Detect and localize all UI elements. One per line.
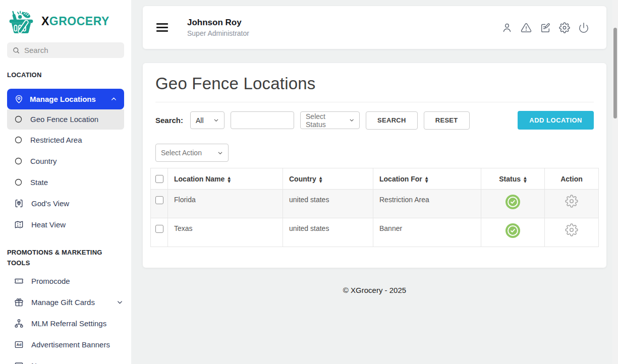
report-edit-icon — [540, 22, 551, 33]
power-icon — [578, 22, 589, 33]
row-checkbox[interactable] — [155, 196, 163, 204]
bulk-action-select[interactable]: Select Action — [155, 144, 229, 162]
scrollbar-track — [612, 0, 618, 364]
brand-name: XGROCERY — [41, 15, 109, 28]
circle-icon — [14, 178, 23, 187]
selected-value: Select Status — [306, 112, 345, 129]
sidebar-item-label: Country — [30, 157, 57, 165]
sidebar-item-label: Restricted Area — [30, 136, 82, 144]
sidebar-item-manage-gift-cards[interactable]: Manage Gift Cards — [0, 291, 131, 313]
col-country[interactable]: Country▲▼ — [283, 168, 373, 190]
select-all-checkbox[interactable] — [155, 175, 163, 183]
col-action: Action — [545, 168, 599, 190]
app-root: XGROCERY LOCATION Manage Locations — [0, 0, 618, 364]
sidebar-item-label: Advertisement Banners — [31, 340, 110, 349]
scrollbar-thumb[interactable] — [613, 28, 617, 118]
status-active-badge[interactable] — [505, 195, 520, 209]
settings-button[interactable] — [559, 22, 570, 33]
search-field-select[interactable]: All — [190, 111, 224, 129]
gear-icon — [559, 22, 570, 33]
chevron-down-icon — [217, 150, 223, 156]
bulk-action-row: Select Action — [155, 144, 594, 162]
menu-toggle-button[interactable] — [156, 21, 168, 34]
sort-icon: ▲▼ — [319, 176, 322, 183]
search-button[interactable]: SEARCH — [366, 111, 418, 130]
sidebar-item-label: Manage Gift Cards — [31, 298, 95, 307]
sort-icon: ▲▼ — [524, 176, 527, 183]
sidebar-nav: Manage Locations Geo Fence Location Rest… — [0, 89, 131, 235]
sidebar-item-heat-view[interactable]: Heat View — [0, 214, 131, 235]
folded-map-icon — [14, 220, 24, 229]
topbar: Johnson Roy Super Administrator — [143, 6, 606, 49]
reset-button[interactable]: RESET — [424, 111, 470, 130]
sidebar-search-input[interactable] — [24, 46, 119, 54]
cell-location-for: Restriction Area — [373, 190, 481, 218]
sort-icon: ▲▼ — [228, 176, 231, 183]
alert-triangle-icon — [521, 22, 532, 33]
cell-country: united states — [283, 218, 373, 247]
circle-icon — [14, 157, 23, 165]
map-pin-icon — [14, 94, 24, 104]
sidebar-item-country[interactable]: Country — [0, 151, 131, 172]
sidebar-item-news[interactable]: News — [0, 355, 131, 364]
col-location-name[interactable]: Location Name▲▼ — [168, 168, 283, 190]
locations-table-wrap: Location Name▲▼ Country▲▼ Location For▲▼… — [150, 168, 599, 247]
cell-location-name: Florida — [168, 190, 283, 218]
sidebar-item-label: News — [31, 361, 50, 364]
brand[interactable]: XGROCERY — [0, 0, 131, 41]
ad-banner-icon: Ad — [14, 340, 24, 349]
coupon-ticket-icon — [14, 276, 24, 286]
sidebar-item-mlm-referral-settings[interactable]: MLM Referral Settings — [0, 313, 131, 334]
col-status[interactable]: Status▲▼ — [481, 168, 545, 190]
selected-value: Select Action — [161, 149, 202, 157]
sidebar-item-label: State — [30, 178, 48, 187]
cell-country: united states — [283, 190, 373, 218]
row-checkbox[interactable] — [155, 225, 163, 233]
status-select[interactable]: Select Status — [300, 111, 360, 129]
logout-button[interactable] — [578, 22, 589, 33]
alerts-button[interactable] — [521, 22, 532, 33]
sidebar-item-manage-locations[interactable]: Manage Locations — [7, 89, 124, 109]
row-settings-button[interactable] — [565, 223, 578, 238]
locations-table: Location Name▲▼ Country▲▼ Location For▲▼… — [150, 168, 599, 247]
sidebar-item-gods-view[interactable]: God's View — [0, 193, 131, 214]
content-card: Geo Fence Locations Search: All Select S… — [143, 63, 606, 268]
svg-text:Ad: Ad — [16, 342, 21, 347]
gear-icon — [565, 223, 578, 236]
divider — [155, 102, 594, 102]
chevron-down-icon — [213, 117, 219, 123]
profile-button[interactable] — [501, 22, 513, 33]
row-settings-button[interactable] — [565, 195, 578, 209]
sidebar-item-label: Promocode — [31, 277, 70, 285]
cell-location-name: Texas — [168, 218, 283, 247]
table-header-row: Location Name▲▼ Country▲▼ Location For▲▼… — [151, 168, 599, 190]
sidebar-item-state[interactable]: State — [0, 172, 131, 193]
status-active-badge[interactable] — [505, 223, 520, 238]
sidebar-search — [7, 42, 124, 58]
search-keyword-input[interactable] — [231, 111, 294, 129]
sort-icon: ▲▼ — [425, 176, 428, 183]
footer-copyright: © XGrocery - 2025 — [143, 286, 606, 294]
main-area: Johnson Roy Super Administrator — [131, 0, 618, 364]
sidebar-item-restricted-area[interactable]: Restricted Area — [0, 130, 131, 151]
sidebar-item-geo-fence-location[interactable]: Geo Fence Location — [7, 109, 124, 130]
sidebar-item-label: Heat View — [31, 220, 66, 229]
search-icon — [12, 46, 20, 54]
add-location-button[interactable]: ADD LOCATION — [518, 111, 594, 130]
gear-icon — [565, 195, 578, 208]
table-row: Florida united states Restriction Area — [151, 190, 599, 218]
hierarchy-icon — [14, 319, 24, 328]
user-icon — [501, 22, 513, 33]
section-label-location: LOCATION — [0, 58, 131, 83]
user-role: Super Administrator — [187, 29, 249, 37]
col-location-for[interactable]: Location For▲▼ — [373, 168, 481, 190]
chevron-down-icon — [117, 299, 123, 306]
table-row: Texas united states Banner — [151, 218, 599, 247]
user-name: Johnson Roy — [187, 18, 249, 28]
sidebar-item-promocode[interactable]: Promocode — [0, 270, 131, 291]
chevron-up-icon — [110, 96, 117, 102]
sidebar-item-label: Geo Fence Location — [30, 115, 98, 124]
reports-button[interactable] — [540, 22, 551, 33]
sidebar-item-advertisement-banners[interactable]: Ad Advertisement Banners — [0, 334, 131, 355]
gift-icon — [14, 297, 24, 307]
